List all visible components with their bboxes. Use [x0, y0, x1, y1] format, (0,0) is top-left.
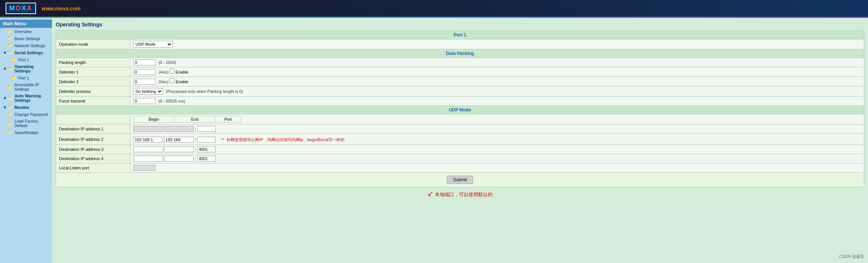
packing-length-input[interactable]: [133, 59, 156, 65]
folder-icon: 📁: [7, 85, 13, 90]
colon2: :: [195, 137, 196, 142]
content-area: Operating Settings Port 1 Operation mode…: [52, 18, 868, 263]
arrow-down-icon: ↙: [427, 189, 434, 198]
sidebar-label-save-restart: Save/Restart: [14, 130, 38, 135]
dest-ip1-port-input[interactable]: [197, 126, 216, 132]
sidebar-label-monitor: Monitor: [14, 105, 29, 110]
delimiter1-label: Delimiter 1: [56, 67, 130, 77]
delimiter2-enable-checkbox[interactable]: [170, 78, 174, 83]
sidebar-title[interactable]: Main Menu: [0, 20, 52, 28]
sidebar-label-network: Network Settings: [14, 43, 45, 48]
folder-icon: 📁: [11, 75, 16, 80]
packing-length-range: (0 - 1024): [159, 60, 176, 65]
sidebar-label-autowarning: Auto Warning Settings: [14, 94, 49, 103]
sidebar-section-autowarning[interactable]: ▼ 📁 Auto Warning Settings: [0, 92, 52, 104]
dest-ip4-port-input[interactable]: [197, 156, 216, 162]
col-begin-header: Begin: [134, 116, 174, 123]
submit-row: Submit: [56, 173, 864, 187]
main-layout: Main Menu 📁 Overview 📁 Basic Settings 📁 …: [0, 18, 868, 263]
delimiter2-unit: (Hex): [159, 79, 169, 84]
operation-mode-select[interactable]: UDP Mode TCP Server TCP Client Real COM …: [133, 41, 173, 48]
dest-ip1-end-input[interactable]: [164, 126, 194, 132]
dest-ip3-port-input[interactable]: [197, 146, 216, 152]
expand-icon: ▼: [3, 66, 7, 71]
sidebar-item-network-settings[interactable]: 📁 Network Settings: [0, 42, 52, 49]
sidebar-item-serial-port1[interactable]: 📁 Port 1: [0, 56, 52, 63]
delimiter1-enable-checkbox[interactable]: [170, 69, 174, 74]
sidebar-label-basic: Basic Settings: [14, 36, 40, 41]
dest-ip4-begin-input[interactable]: [133, 156, 163, 162]
sidebar-item-save-restart[interactable]: 📁 Save/Restart: [0, 129, 52, 136]
force-transmit-value: (0 - 65535 ms): [130, 97, 864, 106]
force-transmit-label: Force transmit: [56, 97, 130, 106]
sidebar-item-change-password[interactable]: 📁 Change Password: [0, 111, 52, 118]
packing-length-label: Packing length: [56, 58, 130, 67]
folder-icon: 📁: [7, 121, 13, 126]
dest-ip2-begin-input[interactable]: [133, 137, 163, 143]
delimiter2-input[interactable]: [133, 79, 156, 85]
dest-ip2-inputs: : → 外网使用填写公网IP，内网访问填写内网ip，begin和end写一样的: [130, 134, 864, 145]
dest-ip1-begin-input[interactable]: [133, 126, 163, 132]
packing-length-value: (0 - 1024): [130, 58, 864, 67]
header-url: www.moxa.com: [42, 6, 81, 12]
force-transmit-input[interactable]: [133, 98, 156, 104]
col-end-header: End: [174, 116, 215, 123]
sidebar-item-load-factory[interactable]: 📁 Load Factory Default: [0, 118, 52, 129]
port1-header-cell: Port 1: [56, 31, 864, 39]
delimiter1-enable-label: Enable: [176, 70, 188, 74]
udp-label-empty: [56, 114, 130, 124]
sidebar-label-overview: Overview: [14, 29, 32, 34]
submit-button[interactable]: Submit: [447, 176, 473, 184]
sidebar-label-operating: Operating Settings: [14, 64, 49, 73]
folder-icon: 📁: [8, 105, 13, 110]
dest-ip2-end-input[interactable]: [164, 137, 194, 143]
local-listen-input[interactable]: [133, 165, 156, 171]
udp-col-headers-row: Begin End Port: [56, 114, 864, 124]
sidebar-item-accessible-ip[interactable]: 📁 Accessible IP Settings: [0, 81, 52, 92]
udp-inner-table: Begin End Port: [133, 116, 241, 123]
moxa-logo: MOXA: [6, 3, 36, 14]
dest-ip3-end-input[interactable]: [164, 146, 194, 152]
page-title: Operating Settings: [56, 22, 864, 27]
settings-table: Port 1 Operation mode UDP Mode TCP Serve…: [56, 30, 864, 187]
force-transmit-row: Force transmit (0 - 65535 ms): [56, 97, 864, 106]
delimiter1-input[interactable]: [133, 69, 156, 75]
dest-ip1-label: Destination IP address 1: [56, 124, 130, 134]
data-packing-header-cell: Data Packing: [56, 49, 864, 58]
folder-icon: 📁: [7, 112, 13, 117]
dest-ip1-row: Destination IP address 1 :: [56, 124, 864, 134]
delimiter2-value: (Hex) Enable: [130, 77, 864, 87]
sidebar-section-serial[interactable]: ▼ 📁 Serial Settings: [0, 49, 52, 56]
delimiter-process-note: (Processed only when Packing length is 0…: [166, 89, 243, 94]
sidebar-item-basic-settings[interactable]: 📁 Basic Settings: [0, 35, 52, 42]
dest-ip2-row: Destination IP address 2 : → 外网使用填写公网IP，…: [56, 134, 864, 145]
arrow-right-icon: →: [219, 135, 225, 143]
udp-cols: Begin End Port: [130, 114, 864, 124]
delimiter-process-row: Delimiter process Do Nothing Strip Strip…: [56, 87, 864, 97]
delimiter2-row: Delimiter 2 (Hex) Enable: [56, 77, 864, 87]
dest-ip3-inputs: :: [130, 145, 864, 154]
port1-section-header: Port 1: [56, 31, 864, 39]
dest-ip3-begin-input[interactable]: [133, 146, 163, 152]
udp-mode-header-row: UDP Mode: [56, 106, 864, 114]
sidebar-item-operating-port1[interactable]: 📁 Port 1: [0, 74, 52, 81]
delimiter1-row: Delimiter 1 (Hex) Enable: [56, 67, 864, 77]
operation-mode-value: UDP Mode TCP Server TCP Client Real COM …: [130, 39, 864, 49]
sidebar-item-overview[interactable]: 📁 Overview: [0, 28, 52, 35]
delimiter1-unit: (Hex): [159, 70, 169, 74]
sidebar-section-monitor[interactable]: ▼ 📁 Monitor: [0, 104, 52, 111]
expand-icon: ▼: [3, 96, 7, 100]
delimiter-process-select[interactable]: Do Nothing Strip Strip+1: [133, 88, 163, 95]
delimiter-process-value: Do Nothing Strip Strip+1 (Processed only…: [130, 87, 864, 97]
data-packing-header-row: Data Packing: [56, 49, 864, 58]
local-listen-row: Local Listen port: [56, 163, 864, 173]
dest-ip2-port-input[interactable]: [197, 137, 216, 143]
watermark: CSDN @盛生: [839, 254, 864, 259]
dest-ip3-row: Destination IP address 3 :: [56, 145, 864, 154]
dest-ip4-end-input[interactable]: [164, 156, 194, 162]
sidebar-section-operating[interactable]: ▼ 📁 Operating Settings: [0, 63, 52, 74]
dest-ip4-label: Destination IP address 4: [56, 154, 130, 163]
colon3: :: [195, 147, 196, 152]
colon1: :: [195, 127, 196, 131]
submit-cell: Submit: [56, 173, 864, 187]
